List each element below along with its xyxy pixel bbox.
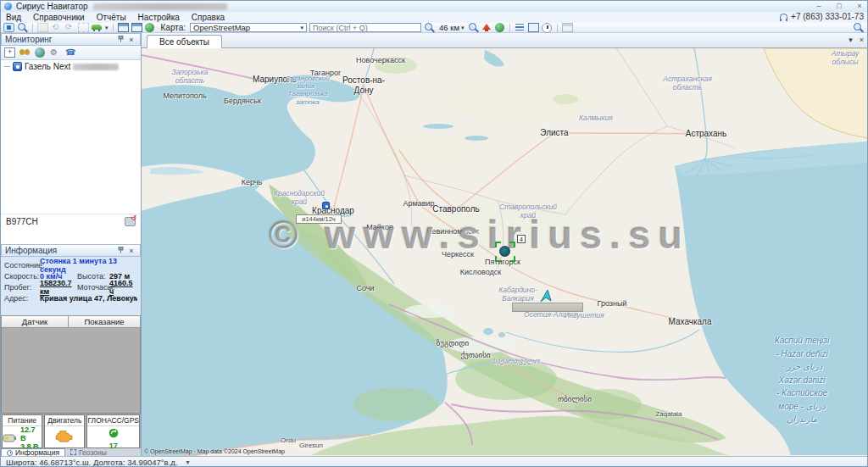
tab-information[interactable]: Информация bbox=[1, 448, 65, 456]
vehicle-position-dot bbox=[499, 246, 510, 257]
vehicle-tree: Газель Next bbox=[1, 60, 141, 214]
vehicle-dropdown-caret[interactable]: ▾ bbox=[105, 25, 108, 31]
map-search-icon[interactable] bbox=[424, 23, 435, 32]
scale-selector[interactable]: 46 км ▾ bbox=[439, 23, 464, 32]
menu-settings[interactable]: Настройка bbox=[138, 13, 180, 22]
state-label: Состояние: bbox=[4, 261, 40, 270]
minimize-button[interactable]: – bbox=[813, 2, 825, 11]
gps-card: ГЛОНАСС/GPS 17 bbox=[86, 414, 140, 448]
engine-card-title: Двигатель bbox=[45, 415, 84, 426]
menu-view[interactable]: Вид bbox=[6, 13, 21, 22]
zoom-in-icon[interactable] bbox=[468, 23, 479, 32]
map-provider-value: OpenStreetMap bbox=[193, 23, 250, 32]
home-view-icon[interactable] bbox=[481, 23, 492, 32]
state-value: Стоянка 1 минута 13 секунд bbox=[40, 257, 137, 274]
show-on-map-icon[interactable] bbox=[35, 47, 46, 58]
vehicle-info: Состояние: Стоянка 1 минута 13 секунд Ск… bbox=[1, 257, 141, 315]
close-button[interactable]: × bbox=[854, 2, 865, 11]
sidebar-bottom-tabs: Информация Геозоны bbox=[1, 448, 141, 456]
select-area-icon[interactable] bbox=[78, 23, 89, 32]
map-tabstrip: Все объекты ▾ × bbox=[142, 33, 868, 48]
altitude-label: Высота: bbox=[77, 272, 109, 281]
support-phone: +7 (863) 333-01-73 bbox=[791, 12, 864, 21]
content-area: Мониторинг × ⚙ ☎ Газель Next bbox=[1, 33, 868, 456]
menu-reports[interactable]: Отчёты bbox=[97, 13, 126, 22]
tree-item-vehicle[interactable]: Газель Next bbox=[1, 60, 141, 71]
monitoring-icon[interactable] bbox=[3, 23, 14, 32]
close-panel-icon[interactable]: × bbox=[126, 36, 136, 44]
track-distance-tooltip: и144км/12ч bbox=[296, 214, 342, 224]
gear-icon[interactable]: ⚙ bbox=[50, 47, 61, 58]
pin-icon[interactable] bbox=[116, 247, 126, 255]
address-label: Адрес: bbox=[4, 294, 40, 303]
track-start-marker[interactable] bbox=[322, 202, 330, 209]
search-input[interactable] bbox=[309, 23, 421, 32]
monitoring-toolbar: ⚙ ☎ bbox=[1, 46, 141, 60]
mileage-value[interactable]: 158230.7 км bbox=[40, 279, 77, 296]
tab-geozones[interactable]: Геозоны bbox=[65, 448, 112, 456]
chevron-down-icon: ▾ bbox=[301, 25, 304, 31]
map-select-label: Карта: bbox=[161, 23, 186, 32]
tab-all-objects[interactable]: Все объекты bbox=[147, 35, 222, 48]
cursor-coordinates: Широта: 46.68713°с.ш. Долгота: 34.99047°… bbox=[6, 458, 177, 467]
global-search-icon[interactable] bbox=[853, 23, 864, 32]
world-view-icon[interactable] bbox=[495, 23, 505, 32]
maximize-button[interactable]: □ bbox=[833, 2, 845, 11]
toolbar: ▾ Карта: OpenStreetMap ▾ 46 км ▾ bbox=[1, 23, 868, 33]
gps-card-title: ГЛОНАСС/GPS bbox=[87, 415, 139, 426]
vehicle-tree-icon bbox=[13, 62, 22, 71]
clock-icon bbox=[7, 450, 13, 456]
value-column[interactable]: Показание bbox=[69, 315, 141, 328]
close-panel-icon[interactable]: × bbox=[126, 247, 136, 255]
split-view-icon[interactable] bbox=[118, 23, 129, 32]
address-value: Кривая улица 47, Левокумка, Ста... bbox=[40, 294, 137, 303]
monitoring-title: Мониторинг bbox=[5, 35, 116, 44]
legend-list-icon[interactable] bbox=[515, 23, 526, 32]
forward-view-icon[interactable] bbox=[64, 23, 75, 32]
tab-close-icon[interactable]: × bbox=[860, 36, 864, 44]
globe-icon[interactable] bbox=[145, 23, 155, 32]
app-window: Сириус Навигатор – □ × Вид Справочники О… bbox=[0, 0, 868, 467]
vehicle-count-badge: 4 bbox=[517, 235, 526, 243]
coords-caret-icon[interactable]: ▾ bbox=[186, 459, 189, 466]
scale-value: 46 км bbox=[439, 23, 459, 32]
map-attribution: © OpenStreetMap · Map data ©2024 OpenStr… bbox=[144, 448, 285, 454]
panels-icon[interactable] bbox=[131, 23, 142, 32]
pin-icon[interactable] bbox=[116, 36, 126, 44]
vehicle-icon[interactable] bbox=[92, 23, 103, 32]
fit-bounds-icon[interactable] bbox=[528, 23, 539, 32]
plate-row[interactable]: В977СН bbox=[1, 214, 141, 229]
sensor-column[interactable]: Датчик bbox=[1, 315, 69, 328]
vehicle-label-redacted bbox=[512, 303, 583, 312]
speed-label: Скорость: bbox=[4, 272, 40, 281]
scale-caret-icon: ▾ bbox=[461, 25, 465, 31]
tab-list-caret-icon[interactable]: ▾ bbox=[849, 36, 853, 44]
title-redacted-text bbox=[93, 3, 227, 10]
information-panel-header: Информация × bbox=[1, 244, 141, 257]
map-canvas[interactable]: МелитопольБердянськЗапорізька областьМар… bbox=[142, 48, 868, 456]
title-bar: Сириус Навигатор – □ × bbox=[1, 1, 868, 12]
search-icon[interactable] bbox=[17, 23, 28, 32]
sensor-table-header: Датчик Показание bbox=[1, 315, 141, 328]
selected-vehicle-marker[interactable] bbox=[495, 242, 515, 262]
phone-icon[interactable]: ☎ bbox=[65, 47, 76, 58]
vehicle-name: Газель Next bbox=[25, 62, 70, 71]
map-provider-select[interactable]: OpenStreetMap ▾ bbox=[190, 23, 307, 32]
map-mode-icon[interactable] bbox=[37, 23, 48, 32]
extra-tool-icon[interactable] bbox=[562, 23, 573, 32]
hours-label: Моточасы: bbox=[77, 283, 109, 292]
track-time-icon[interactable] bbox=[542, 23, 553, 32]
glonass-icon bbox=[108, 426, 119, 442]
geozone-icon bbox=[70, 449, 76, 455]
hours-value[interactable]: 4160.5 ч bbox=[109, 279, 137, 296]
map-panel: Все объекты ▾ × bbox=[142, 33, 868, 456]
call-device-icon[interactable] bbox=[125, 217, 136, 226]
plate-number: В977СН bbox=[6, 217, 125, 226]
binoculars-icon[interactable] bbox=[19, 47, 31, 58]
menu-directories[interactable]: Справочники bbox=[33, 13, 85, 22]
menu-help[interactable]: Справка bbox=[192, 13, 225, 22]
selection-corner bbox=[509, 256, 515, 262]
expand-all-icon[interactable] bbox=[4, 47, 15, 58]
back-view-icon[interactable] bbox=[51, 23, 62, 32]
status-cards: Питание 12.7 В 3.8 В Двигатель bbox=[1, 414, 141, 449]
